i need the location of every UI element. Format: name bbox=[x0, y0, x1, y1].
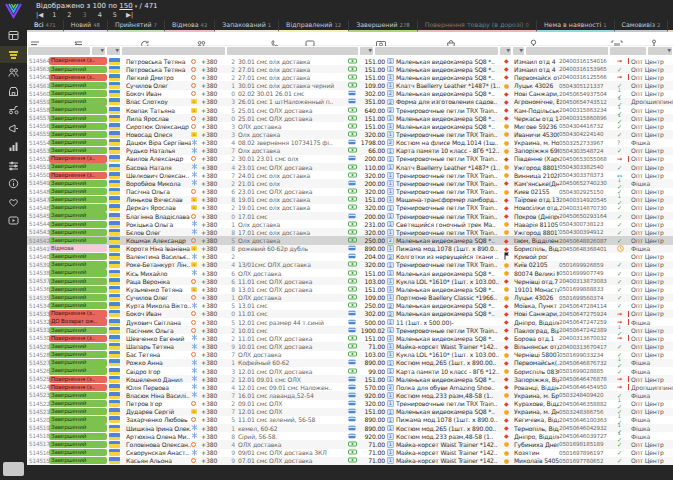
table-row[interactable]: 514524Повернення (з..Юлія Первова+380412… bbox=[27, 383, 673, 391]
table-row[interactable]: 514519ЗавершенийШишкіна Ірина Олек..+380… bbox=[27, 424, 673, 432]
table-row[interactable]: 514549ЗавершенийВоробйов Микола+380221.0… bbox=[27, 179, 673, 187]
tab-4[interactable]: Запакований1 bbox=[215, 20, 279, 32]
table-row[interactable]: 514536ЗавершенийКузьменко Тетянаic+38081… bbox=[27, 285, 673, 293]
last-page-button[interactable]: ▶| bbox=[126, 11, 133, 19]
page-button-3[interactable]: 3 bbox=[82, 11, 86, 19]
table-row[interactable]: 514542ЗавершенийКошмак Александр+3805Олх… bbox=[27, 236, 673, 244]
tab-2[interactable]: Прийнятий7 bbox=[108, 20, 165, 32]
table-row[interactable]: 514563ЗавершенийПетровська Тетяна+380227… bbox=[27, 65, 673, 73]
table-row[interactable]: 514529ЗавершенийШапарь Тетяна+380910.01 … bbox=[27, 342, 673, 350]
sidebar-item-settings[interactable] bbox=[0, 157, 27, 174]
tab-9[interactable]: Самовивіз2 bbox=[615, 20, 669, 32]
column-filter-5[interactable]: ▼ bbox=[360, 47, 373, 55]
column-filter-10[interactable] bbox=[610, 47, 646, 55]
table-row[interactable]: 514539ЗавершенийРоке-Бетанкурт Лін..ic+3… bbox=[27, 261, 673, 269]
column-filter-9[interactable] bbox=[526, 47, 608, 55]
table-row[interactable]: 514557ЗавершенийЛила Ярослав+380025.01 с… bbox=[27, 114, 673, 122]
column-filter-6[interactable] bbox=[375, 47, 498, 55]
table-row[interactable]: 514550Повернення (з..Шелкович Олексан..+… bbox=[27, 171, 673, 179]
table-row[interactable]: 514551ЗавершенийБасова Наталя+380423.01 … bbox=[27, 163, 673, 171]
table-row[interactable]: 514564Повернення (з..Петровська Тетяна+3… bbox=[27, 57, 673, 65]
table-row[interactable]: 514562Повернення (з..Легкий Дмитро+38022… bbox=[27, 73, 673, 81]
table-row[interactable]: 514515ЗавершенийКасьян Альона+380907.01 … bbox=[27, 457, 673, 465]
table-row[interactable]: 514531ЗавершенийПасічник Ольга+380210.01… bbox=[27, 326, 673, 334]
sidebar-item-orders[interactable] bbox=[0, 46, 27, 63]
sidebar-item-dashboard[interactable] bbox=[0, 27, 27, 44]
table-row[interactable]: 514555ЗавершенийНовосад Олесяic+3803Олх … bbox=[27, 130, 673, 138]
column-filter-0[interactable] bbox=[28, 47, 90, 55]
page-button-4[interactable]: 4 bbox=[98, 11, 102, 19]
page-button-5[interactable]: 5 bbox=[113, 11, 117, 19]
table-row[interactable]: 514535ЗавершенийСучилов Олег+3801ОЛХ дос… bbox=[27, 294, 673, 302]
table-row[interactable]: 514523ЗавершенийВласюк Ніна Василі..+380… bbox=[27, 391, 673, 399]
tab-7[interactable]: Повернення товару (в дорозі)0 bbox=[418, 20, 537, 32]
comment: 09.01 смс ОЛХ bbox=[238, 400, 348, 407]
column-filter-1[interactable]: ▼ bbox=[92, 47, 105, 55]
first-page-button[interactable]: |◀ bbox=[36, 11, 43, 19]
sidebar-item-video[interactable] bbox=[0, 212, 27, 229]
tab-10[interactable]: Сервіси0 bbox=[668, 20, 673, 32]
table-row[interactable]: 514518ЗавершенийАртюхіна Олена Ми..+3808… bbox=[27, 432, 673, 440]
table-row[interactable]: 514525Повернення (з..Кошеленко Данил+380… bbox=[27, 375, 673, 383]
column-filter-8[interactable]: ▼ bbox=[513, 47, 524, 55]
table-row[interactable]: 514522ЗавершенийПетров Ігор+380209.01 см… bbox=[27, 400, 673, 408]
table-row[interactable]: 514517ЗавершенийГоловінова Олексан..+380… bbox=[27, 440, 673, 448]
page-button-1[interactable]: 1 bbox=[52, 11, 56, 19]
table-row[interactable]: 514534ЗавершенийКурта Микола Вікто..+380… bbox=[27, 302, 673, 310]
sidebar-item-shop[interactable] bbox=[0, 83, 27, 100]
table-row[interactable]: 514527ЗавершенийРожко Анна+3801Кофейный … bbox=[27, 359, 673, 367]
table-row[interactable]: 514558ЗавершенийКовпак Татьянаic+380525.… bbox=[27, 106, 673, 114]
tab-0[interactable]: Всі471 bbox=[27, 20, 64, 32]
table-row[interactable]: 514561ЗавершенийСучилов Олег+380130.01 с… bbox=[27, 81, 673, 89]
table-row[interactable]: 514530Повернення (з..Шевченко Евгений+38… bbox=[27, 334, 673, 342]
table-row[interactable]: 514560ЗавершенийБокоч Иван+380002.02 30.… bbox=[27, 90, 673, 98]
table-row[interactable]: 514554ЗавершенийДацюк Віра Сергіївна+380… bbox=[27, 139, 673, 147]
status-badge: Завершений bbox=[49, 367, 107, 374]
app-logo-icon[interactable] bbox=[4, 2, 23, 19]
table-row[interactable]: 514541ВідмоваКоротя Ніна Іванівнаic+3808… bbox=[27, 245, 673, 253]
table-row[interactable]: 514520ЗавершенийЗахарченко Любовь+380511… bbox=[27, 416, 673, 424]
table-row[interactable]: 514528ЗавершенийБас Тетяна+3807ОЛХ доста… bbox=[27, 351, 673, 359]
table-row[interactable]: 514544ЗавершенийРокіцька Ольга+3801Олх д… bbox=[27, 220, 673, 228]
phone: +380 bbox=[201, 131, 226, 138]
sidebar-item-stats[interactable] bbox=[0, 138, 27, 155]
table-row[interactable]: 514540ЗавершенийВалентина Васильє..+3802… bbox=[27, 253, 673, 261]
tab-5[interactable]: Відправлений12 bbox=[279, 20, 349, 32]
column-filter-3[interactable] bbox=[122, 47, 225, 55]
tab-1[interactable]: Новий48 bbox=[64, 20, 108, 32]
tab-6[interactable]: Завершений278 bbox=[349, 20, 418, 32]
table-row[interactable]: 514545ЗавершенийБлагінна Владіслава+3800… bbox=[27, 212, 673, 220]
table-row[interactable]: 514553ЗавершенийРудько Наталья+3807Олх д… bbox=[27, 147, 673, 155]
sidebar-item-delivery[interactable] bbox=[0, 101, 27, 118]
table-row[interactable]: 514543ЗавершенийБєлов Олег+380817.01 смс… bbox=[27, 228, 673, 236]
sidebar-item-clients[interactable] bbox=[0, 64, 27, 81]
tab-8[interactable]: Нема в наявності1 bbox=[537, 20, 615, 32]
table-row[interactable]: 514559ЗавершенийВлас Слоткоуic+380326.01… bbox=[27, 98, 673, 106]
table-row[interactable]: 514548ЗавершенийПасічна Ольга+380623.01 … bbox=[27, 188, 673, 196]
tab-3[interactable]: Відмова42 bbox=[165, 20, 215, 32]
page-size-select[interactable]: 150 bbox=[119, 2, 132, 10]
table-row[interactable]: 514546ЗавершенийДеркач Ярославic+380219.… bbox=[27, 204, 673, 212]
table-row[interactable]: 514516ЗавершенийСкворунская Анаст..+3809… bbox=[27, 449, 673, 457]
sidebar-item-info[interactable] bbox=[0, 175, 27, 192]
table-row[interactable]: 514532ДО Возврат ож..Дукович Світлана+38… bbox=[27, 318, 673, 326]
table-row[interactable]: 514556ЗавершенийСиротюк Олександр+3803ОЛ… bbox=[27, 122, 673, 130]
sidebar-collapse-button[interactable] bbox=[3, 462, 24, 476]
column-filter-7[interactable]: ▼ bbox=[500, 47, 511, 55]
sidebar-item-megaphone[interactable] bbox=[0, 120, 27, 137]
table-row[interactable]: 514533Повернення (з..Бокоч Иван+380011.0… bbox=[27, 310, 673, 318]
column-filter-2[interactable]: ▼ bbox=[107, 47, 120, 55]
chevron-down-icon[interactable]: ▾ bbox=[135, 3, 138, 9]
table-row[interactable]: 514538ЗавершенийКісь Михайло+3806ОЛХ дос… bbox=[27, 269, 673, 277]
table-row[interactable]: 514547ЗавершенийЛиньков Вячеславic+38081… bbox=[27, 196, 673, 204]
sidebar-item-partners[interactable] bbox=[0, 194, 27, 211]
table-row[interactable]: 514537ЗавершенийРаца Вероніка+380611.01 … bbox=[27, 277, 673, 285]
table-row[interactable]: 514526ЗавершенийСвідро Ігор+380312.01 см… bbox=[27, 367, 673, 375]
table-row[interactable]: 514552Повернення (з..Авилов Александр+38… bbox=[27, 155, 673, 163]
table-row[interactable]: 514521ЗавершенийДударев Сергійic+380712.… bbox=[27, 408, 673, 416]
column-filter-11[interactable]: ▼ bbox=[648, 47, 672, 55]
flag-cell bbox=[109, 343, 126, 350]
topbar: Відображено з 100 по 150 ▾ / 471 |◀ 1234… bbox=[27, 0, 673, 20]
column-filter-4[interactable] bbox=[227, 47, 358, 55]
page-button-2[interactable]: 2 bbox=[67, 11, 71, 19]
